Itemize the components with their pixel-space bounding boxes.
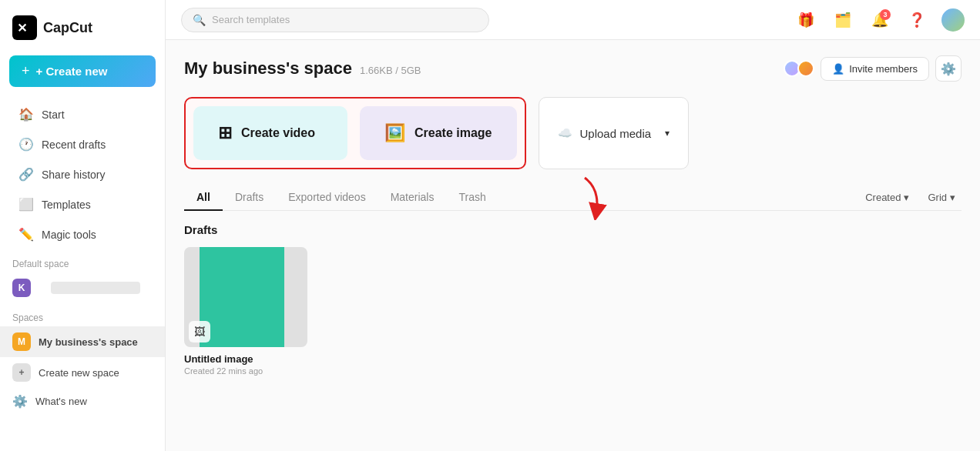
draft-thumbnail-image	[200, 247, 284, 347]
create-video-card[interactable]: ⊞ Create video	[193, 106, 347, 160]
whats-new-label: What's new	[35, 396, 87, 407]
draft-name: Untitled image	[184, 353, 307, 365]
image-icon: 🖼️	[384, 123, 405, 143]
sidebar-item-start[interactable]: 🏠 Start	[6, 99, 159, 129]
member-avatar-2	[797, 60, 814, 77]
storage-info: 1.66KB / 5GB	[360, 65, 421, 76]
create-action-wrapper: ⊞ Create video 🖼️ Create image	[184, 97, 526, 169]
member-avatars	[784, 60, 814, 77]
title-area: My business's space 1.66KB / 5GB	[184, 58, 421, 79]
default-space-name-bar	[51, 282, 140, 294]
video-icon: ⊞	[218, 123, 232, 143]
space-settings-button[interactable]: ⚙️	[935, 55, 962, 82]
capcut-logo-icon: ✕	[12, 15, 37, 40]
default-space-bar-item: K	[0, 272, 165, 303]
view-chevron-icon: ▾	[950, 192, 955, 203]
svg-text:✕: ✕	[17, 22, 27, 35]
template-icon: ⬜	[18, 197, 34, 212]
default-space-label: Default space	[0, 249, 165, 272]
view-button[interactable]: Grid ▾	[921, 189, 962, 206]
search-placeholder: Search templates	[212, 14, 290, 25]
search-icon: 🔍	[193, 14, 206, 26]
view-label: Grid	[928, 192, 947, 203]
sidebar-item-label: Share history	[42, 169, 105, 181]
spaces-label: Spaces	[0, 303, 165, 326]
tabs-right-controls: Created ▾ Grid ▾	[859, 189, 962, 206]
tab-exported-videos[interactable]: Exported videos	[276, 185, 378, 211]
sidebar-item-label: Templates	[42, 199, 91, 211]
create-new-button[interactable]: + + Create new	[9, 55, 156, 87]
plus-icon: +	[22, 63, 30, 79]
invite-label: Invite members	[849, 63, 918, 75]
invite-members-button[interactable]: 👤 Invite members	[821, 57, 929, 81]
invite-person-icon: 👤	[832, 63, 844, 75]
gift-icon[interactable]: 🎁	[794, 8, 818, 32]
business-space-avatar: M	[12, 332, 31, 351]
create-new-label: + Create new	[36, 65, 108, 78]
search-box[interactable]: 🔍 Search templates	[181, 8, 489, 32]
action-row: ⊞ Create video 🖼️ Create image ☁️ Upload…	[184, 97, 962, 169]
help-icon[interactable]: ❓	[904, 8, 929, 32]
sidebar-item-label: Recent drafts	[42, 139, 106, 151]
tab-all[interactable]: All	[184, 185, 223, 211]
sort-button[interactable]: Created ▾	[859, 189, 915, 206]
main-area: 🔍 Search templates 🎁 🗂️ 🔔 3 ❓ My busi	[166, 0, 980, 451]
settings-icon: ⚙️	[941, 62, 956, 76]
magic-icon: ✏️	[18, 227, 34, 242]
notification-badge: 3	[880, 9, 891, 20]
sidebar-item-whats-new[interactable]: ⚙️ What's new	[0, 388, 165, 415]
drafts-grid: 🖼 Untitled image Created 22 mins ago	[184, 247, 962, 376]
topbar-actions: 🎁 🗂️ 🔔 3 ❓	[794, 8, 965, 32]
upload-media-button[interactable]: ☁️ Upload media ▾	[539, 97, 690, 169]
create-space-label: Create new space	[39, 367, 119, 379]
business-space-label: My business's space	[39, 336, 138, 348]
create-image-card[interactable]: 🖼️ Create image	[360, 106, 517, 160]
create-image-label: Create image	[414, 126, 492, 140]
home-icon: 🏠	[18, 107, 34, 122]
draft-thumbnail: 🖼	[184, 247, 307, 347]
tab-materials[interactable]: Materials	[378, 185, 447, 211]
tab-drafts[interactable]: Drafts	[223, 185, 276, 211]
sort-chevron-icon: ▾	[904, 192, 909, 203]
sidebar-item-my-business-space[interactable]: M My business's space	[0, 326, 165, 357]
content-area: My business's space 1.66KB / 5GB 👤 Invit…	[166, 40, 980, 451]
sidebar-item-label: Magic tools	[42, 229, 96, 241]
draft-meta: Created 22 mins ago	[184, 366, 307, 376]
sidebar-item-share-history[interactable]: 🔗 Share history	[6, 159, 159, 189]
logo-text: CapCut	[43, 20, 92, 36]
upload-media-label: Upload media	[580, 127, 652, 140]
upload-icon: ☁️	[558, 126, 572, 140]
sidebar-item-templates[interactable]: ⬜ Templates	[6, 189, 159, 219]
content-tabs: All Drafts Exported videos Materials Tra…	[184, 185, 962, 211]
header-actions: 👤 Invite members ⚙️	[784, 55, 962, 82]
create-space-icon: +	[12, 363, 31, 382]
sort-label: Created	[865, 192, 901, 203]
draft-thumb-icon: 🖼	[189, 321, 210, 342]
drafts-section-title: Drafts	[184, 223, 962, 236]
create-video-label: Create video	[241, 126, 315, 140]
upload-chevron-icon: ▾	[665, 128, 670, 139]
sidebar: ✕ CapCut + + Create new 🏠 Start 🕐 Recent…	[0, 0, 166, 451]
logo-area: ✕ CapCut	[0, 9, 165, 52]
default-space-avatar: K	[12, 279, 31, 297]
share-icon: 🔗	[18, 167, 34, 182]
gear-icon: ⚙️	[12, 394, 28, 409]
wallet-icon[interactable]: 🗂️	[831, 8, 855, 32]
tab-trash[interactable]: Trash	[446, 185, 498, 211]
sidebar-item-label: Start	[42, 109, 65, 121]
page-header: My business's space 1.66KB / 5GB 👤 Invit…	[184, 55, 962, 82]
page-title: My business's space	[184, 58, 352, 79]
sidebar-item-magic-tools[interactable]: ✏️ Magic tools	[6, 219, 159, 249]
user-avatar[interactable]	[941, 8, 965, 32]
draft-card[interactable]: 🖼 Untitled image Created 22 mins ago	[184, 247, 307, 376]
sidebar-item-create-new-space[interactable]: + Create new space	[0, 357, 165, 388]
notification-icon[interactable]: 🔔 3	[868, 8, 892, 32]
clock-icon: 🕐	[18, 137, 34, 152]
topbar: 🔍 Search templates 🎁 🗂️ 🔔 3 ❓	[166, 0, 980, 40]
sidebar-item-recent-drafts[interactable]: 🕐 Recent drafts	[6, 129, 159, 159]
image-type-icon: 🖼	[194, 326, 205, 338]
